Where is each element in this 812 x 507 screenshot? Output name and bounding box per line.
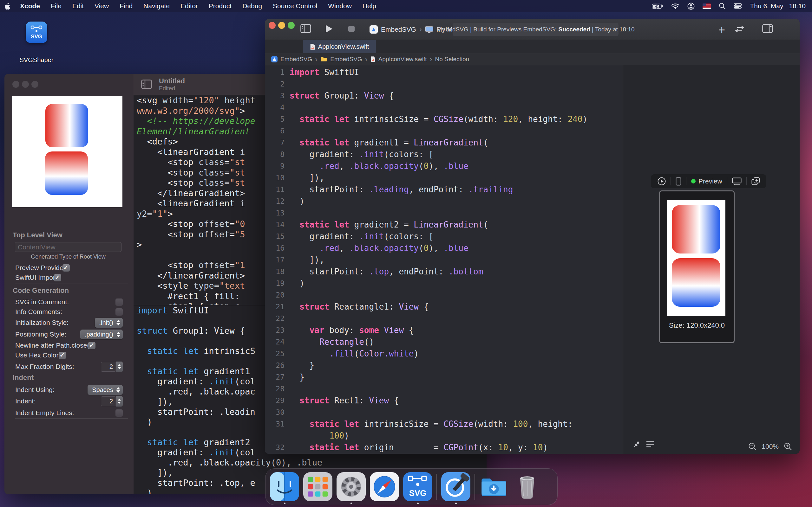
code-line[interactable]: 24 Rectangle()	[265, 336, 623, 348]
code-line[interactable]: 26 }	[265, 360, 623, 372]
desktop-icon-svgshaper[interactable]: SVG SVGShaper	[16, 21, 57, 64]
code-line[interactable]: 100)	[265, 430, 623, 442]
menu-item-find[interactable]: Find	[114, 0, 138, 12]
dock-item-downloads[interactable]	[479, 472, 508, 501]
preview-list-icon[interactable]	[646, 441, 654, 448]
checkbox-swiftui-import[interactable]	[54, 274, 61, 281]
code-line[interactable]: 12 )	[265, 195, 623, 207]
select-indent-using[interactable]: Spaces	[88, 385, 123, 395]
code-line[interactable]: 19 )	[265, 278, 623, 289]
xcode-code[interactable]: 1import SwiftUI23struct Group1: View {45…	[265, 65, 623, 454]
menu-item-xcode[interactable]: Xcode	[14, 0, 45, 12]
live-preview-button[interactable]	[653, 177, 670, 185]
jump-bar[interactable]: EmbedSVG › EmbedSVG › AppIconView.swift …	[265, 53, 800, 65]
code-line[interactable]: 9 .red, .black.opacity(0), .blue	[265, 160, 623, 172]
apple-menu-icon[interactable]	[0, 3, 14, 10]
stepper-indent[interactable]: 2	[101, 396, 123, 406]
dock-item-trash[interactable]	[513, 472, 542, 501]
code-line[interactable]: 5 static let intrinsicSize = CGSize(widt…	[265, 113, 623, 125]
preview-display-button[interactable]	[727, 177, 746, 185]
select-positioning-style[interactable]: .padding()	[80, 330, 123, 339]
breadcrumb-selection[interactable]: No Selection	[435, 56, 469, 63]
navigator-sidebar-toggle-icon[interactable]	[300, 24, 311, 33]
menu-item-help[interactable]: Help	[357, 0, 382, 12]
input-source-us-flag-icon[interactable]	[703, 3, 711, 9]
code-line[interactable]: 17 ]),	[265, 254, 623, 266]
code-line[interactable]: 7 static let gradient1 = LinearGradient(	[265, 137, 623, 149]
menu-item-product[interactable]: Product	[203, 0, 237, 12]
dock-item-system-preferences[interactable]	[337, 472, 366, 501]
checkbox-use-hex-colors[interactable]	[59, 352, 66, 359]
menu-item-editor[interactable]: Editor	[175, 0, 203, 12]
code-line[interactable]: 22	[265, 313, 623, 325]
code-line[interactable]: 11 startPoint: .leading, endPoint: .trai…	[265, 184, 623, 195]
add-library-button[interactable]: +	[718, 23, 725, 37]
dock-item-finder[interactable]	[270, 472, 299, 501]
code-line[interactable]: 18 startPoint: .top, endPoint: .bottom	[265, 266, 623, 278]
code-line[interactable]: 29 struct Rect1: View {	[265, 395, 623, 406]
code-line[interactable]: .red, .black.opacity(0), .blue	[134, 458, 487, 468]
code-line[interactable]: 30	[265, 406, 623, 418]
dock-item-xcode[interactable]	[441, 472, 470, 501]
code-line[interactable]: 15 gradient: .init(colors: [	[265, 231, 623, 242]
code-line[interactable]: 23 var body: some View {	[265, 325, 623, 336]
code-line[interactable]: 20	[265, 289, 623, 301]
code-line[interactable]: 33	[265, 453, 623, 454]
minimize-button[interactable]	[278, 22, 285, 29]
code-line[interactable]: 31 static let intrinsicSize = CGSize(wid…	[265, 418, 623, 430]
battery-charging-icon[interactable]	[652, 3, 663, 9]
pin-preview-icon[interactable]	[632, 440, 641, 449]
dock-item-launchpad[interactable]	[303, 472, 333, 501]
select-initialization-style[interactable]: .init()	[95, 318, 123, 328]
preview-on-device-button[interactable]	[671, 177, 686, 186]
control-center-icon[interactable]	[734, 3, 742, 9]
zoom-in-icon[interactable]	[784, 442, 792, 451]
code-line[interactable]: 21 struct Reactangle1: View {	[265, 301, 623, 313]
preview-device-frame[interactable]: Size: 120.0x240.0	[659, 190, 734, 343]
code-line[interactable]: 27 }	[265, 372, 623, 383]
user-account-icon[interactable]	[687, 3, 695, 10]
build-activity-view[interactable]: EmbedSVG | Build for Previews EmbedSVG: …	[453, 23, 618, 36]
breadcrumb-file[interactable]: AppIconView.swift	[378, 56, 427, 63]
code-line[interactable]: 28	[265, 383, 623, 395]
dock-item-safari[interactable]	[370, 472, 399, 501]
checkbox-indent-empty-lines[interactable]	[115, 409, 123, 417]
breadcrumb-project[interactable]: EmbedSVG	[281, 56, 312, 63]
code-line[interactable]: 2	[265, 78, 623, 90]
close-button[interactable]	[269, 22, 275, 29]
code-line[interactable]: 8 gradient: .init(colors: [	[265, 149, 623, 160]
inspector-sidebar-toggle-icon[interactable]	[762, 24, 773, 33]
stop-button[interactable]	[348, 25, 355, 32]
zoom-level[interactable]: 100%	[762, 443, 779, 450]
checkbox-preview-provider[interactable]	[62, 264, 70, 272]
code-line[interactable]: 3struct Group1: View {	[265, 90, 623, 102]
code-line[interactable]: 4	[265, 102, 623, 113]
sidebar-toggle-icon[interactable]	[141, 79, 152, 89]
wifi-icon[interactable]	[671, 3, 679, 9]
editor-arrows-icon[interactable]	[734, 25, 745, 33]
stepper-arrows-icon[interactable]	[116, 396, 123, 406]
checkbox-newline-after-path-close[interactable]	[88, 342, 96, 349]
code-line[interactable]: 13	[265, 207, 623, 219]
code-line[interactable]: 10 ]),	[265, 172, 623, 184]
menu-item-navigate[interactable]: Navigate	[138, 0, 175, 12]
menu-item-edit[interactable]: Edit	[67, 0, 89, 12]
checkbox-svg-in-comment[interactable]	[115, 298, 123, 306]
stepper-max-fraction-digits[interactable]: 2	[101, 361, 123, 372]
zoom-out-icon[interactable]	[748, 442, 757, 451]
content-view-field[interactable]: ContentView	[15, 242, 121, 252]
code-line[interactable]: 14 static let gradient2 = LinearGradient…	[265, 219, 623, 231]
code-line[interactable]: 25 .fill(Color.white)	[265, 348, 623, 360]
breadcrumb-group[interactable]: EmbedSVG	[330, 56, 362, 63]
code-line[interactable]: 1import SwiftUI	[265, 66, 623, 78]
menu-item-source-control[interactable]: Source Control	[267, 0, 322, 12]
menu-item-view[interactable]: View	[89, 0, 114, 12]
menu-item-debug[interactable]: Debug	[237, 0, 267, 12]
code-line[interactable]: 16 .red, .black.opacity(0), .blue	[265, 242, 623, 254]
stepper-arrows-icon[interactable]	[116, 361, 123, 372]
code-line[interactable]: 6	[265, 125, 623, 137]
dock-item-svgshaper[interactable]: SVG	[403, 472, 432, 501]
zoom-button[interactable]	[288, 22, 295, 29]
menu-item-file[interactable]: File	[45, 0, 67, 12]
menu-item-window[interactable]: Window	[322, 0, 357, 12]
